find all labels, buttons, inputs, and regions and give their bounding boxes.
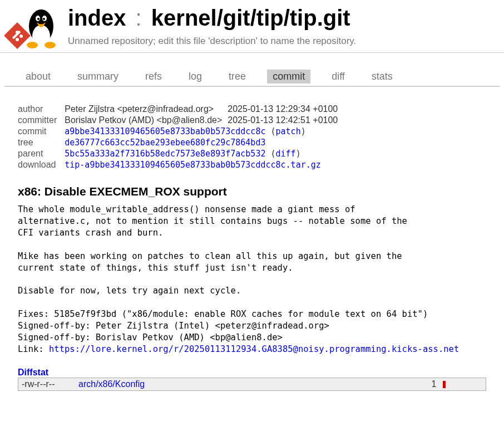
diffstat-file-link[interactable]: arch/x86/Kconfig bbox=[78, 379, 145, 389]
tab-refs[interactable]: refs bbox=[140, 70, 167, 84]
paren-close: ) bbox=[301, 126, 306, 136]
diffstat-heading: Diffstat bbox=[18, 368, 486, 378]
committer-date: 2025-01-13 12:42:51 +0100 bbox=[228, 115, 343, 126]
repo-link[interactable]: kernel/git/tip/tip.git bbox=[151, 6, 350, 30]
diffstat-link[interactable]: Diffstat bbox=[18, 368, 48, 377]
diffstat-total: 1 bbox=[422, 378, 439, 390]
site-logo[interactable] bbox=[4, 7, 58, 51]
parent-sha-link[interactable]: 5bc55a333a2f7316b58edc7573e8e893f7acb532 bbox=[65, 149, 265, 159]
commit-message: The whole module_writable_address() nons… bbox=[18, 204, 486, 355]
svg-point-12 bbox=[45, 42, 56, 48]
title-separator: : bbox=[136, 6, 142, 30]
patch-link[interactable]: patch bbox=[276, 126, 301, 136]
paren-open: ( bbox=[271, 126, 276, 136]
commit-sha-link[interactable]: a9bbe341333109465605e8733bab0b573cddcc8c bbox=[65, 126, 265, 136]
tab-about[interactable]: about bbox=[20, 70, 56, 84]
svg-point-10 bbox=[43, 18, 45, 20]
file-mode: -rw-r--r-- bbox=[18, 378, 76, 390]
tree-label: tree bbox=[18, 137, 65, 148]
tab-tree[interactable]: tree bbox=[223, 70, 251, 84]
diffstat-row: -rw-r--r-- arch/x86/Kconfig 1 bbox=[18, 378, 486, 390]
title-line: index : kernel/git/tip/tip.git bbox=[68, 6, 500, 30]
author-date: 2025-01-13 12:29:34 +0100 bbox=[228, 104, 343, 115]
svg-rect-0 bbox=[4, 22, 31, 49]
commit-message-link[interactable]: https://lore.kernel.org/r/20250113112934… bbox=[49, 344, 459, 354]
author-label: author bbox=[18, 104, 65, 115]
diff-link[interactable]: diff bbox=[276, 149, 296, 159]
repo-description: Unnamed repository; edit this file 'desc… bbox=[68, 36, 500, 47]
diffstat-table: -rw-r--r-- arch/x86/Kconfig 1 bbox=[18, 378, 486, 391]
index-link[interactable]: index bbox=[68, 6, 126, 30]
svg-point-2 bbox=[16, 31, 19, 34]
page-header: index : kernel/git/tip/tip.git Unnamed r… bbox=[0, 0, 504, 53]
tab-log[interactable]: log bbox=[183, 70, 207, 84]
tree-sha-link[interactable]: de36777c663cc52bae293ebee680fc29c7864bd3 bbox=[65, 138, 265, 148]
svg-point-9 bbox=[37, 18, 39, 20]
svg-point-11 bbox=[27, 42, 38, 48]
download-link[interactable]: tip-a9bbe341333109465605e8733bab0b573cdd… bbox=[65, 160, 321, 170]
tab-bar: about summary refs log tree commit diff … bbox=[4, 66, 500, 87]
tab-summary[interactable]: summary bbox=[72, 70, 124, 84]
tab-diff[interactable]: diff bbox=[326, 70, 350, 84]
tab-commit[interactable]: commit bbox=[267, 70, 310, 84]
commit-message-body: The whole module_writable_address() nons… bbox=[18, 204, 428, 354]
tab-stats[interactable]: stats bbox=[366, 70, 398, 84]
commit-subject: x86: Disable EXECMEM_ROX support bbox=[18, 185, 486, 198]
content-area: author Peter Zijlstra <peterz@infradead.… bbox=[0, 87, 504, 396]
svg-point-3 bbox=[19, 35, 23, 38]
parent-label: parent bbox=[18, 148, 65, 159]
svg-point-4 bbox=[16, 38, 19, 41]
diffstat-deletion-bar bbox=[443, 381, 446, 388]
author-value: Peter Zijlstra <peterz@infradead.org> bbox=[65, 104, 228, 115]
download-label: download bbox=[18, 159, 65, 170]
committer-label: committer bbox=[18, 115, 65, 126]
paren-open2: ( bbox=[271, 149, 276, 159]
commit-info-table: author Peter Zijlstra <peterz@infradead.… bbox=[18, 104, 343, 170]
paren-close2: ) bbox=[296, 149, 301, 159]
commit-label: commit bbox=[18, 126, 65, 137]
committer-value: Borislav Petkov (AMD) <bp@alien8.de> bbox=[65, 115, 228, 126]
